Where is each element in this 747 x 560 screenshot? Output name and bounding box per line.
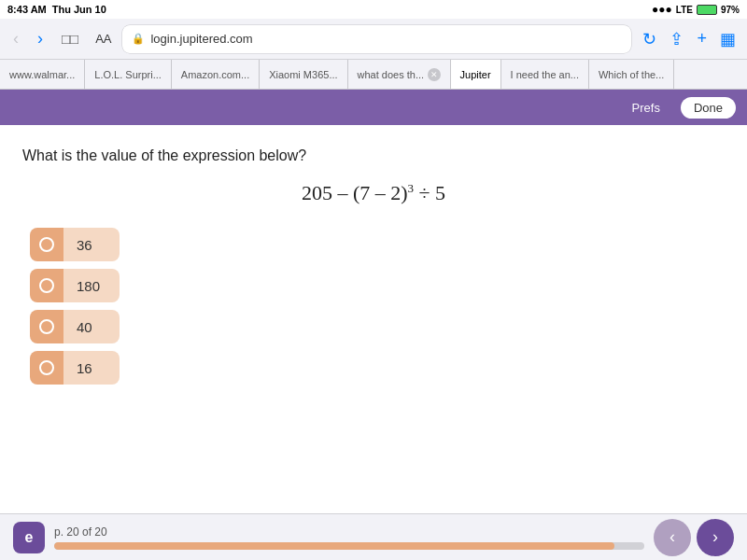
option-16-label: 16 <box>63 351 120 385</box>
url-bar[interactable]: 🔒 login.jupitered.com <box>122 25 631 53</box>
tab-which[interactable]: Which of the... <box>589 60 674 89</box>
battery-icon <box>697 5 717 15</box>
progress-label: p. 20 of 20 <box>54 525 644 539</box>
tab-what[interactable]: what does th... ✕ <box>348 60 451 89</box>
answer-options: 36 180 40 16 <box>30 228 725 385</box>
new-tab-button[interactable]: + <box>693 25 711 52</box>
forward-button[interactable]: › <box>32 25 49 52</box>
aa-button[interactable]: AA <box>92 28 115 49</box>
option-36-label: 36 <box>63 228 120 261</box>
option-40[interactable]: 40 <box>30 310 725 343</box>
prefs-button[interactable]: Prefs <box>619 97 673 119</box>
progress-fill <box>54 542 614 550</box>
url-text: login.jupitered.com <box>150 32 252 46</box>
option-16[interactable]: 16 <box>30 351 725 385</box>
reload-button[interactable]: ↻ <box>639 25 660 53</box>
progress-area: p. 20 of 20 <box>54 525 644 550</box>
tab-amazon[interactable]: Amazon.com... <box>172 60 260 89</box>
radio-circle <box>39 278 54 293</box>
back-button[interactable]: ‹ <box>7 25 24 52</box>
option-180-radio[interactable] <box>30 269 63 302</box>
question-text: What is the value of the expression belo… <box>22 147 725 164</box>
progress-track <box>54 542 644 550</box>
prev-button[interactable]: ‹ <box>654 519 691 556</box>
main-content: What is the value of the expression belo… <box>0 125 747 385</box>
radio-circle <box>39 319 54 334</box>
share-button[interactable]: ⇪ <box>666 25 687 53</box>
lte-label: LTE <box>676 5 693 15</box>
wifi-icon: ●●● <box>652 3 672 16</box>
reader-button[interactable]: □□ <box>56 27 84 50</box>
option-36-radio[interactable] <box>30 228 63 261</box>
browser-actions: ↻ ⇪ + ▦ <box>639 25 740 53</box>
lock-icon: 🔒 <box>132 33 145 45</box>
option-40-label: 40 <box>63 310 120 343</box>
option-36[interactable]: 36 <box>30 228 725 261</box>
battery-percent: 97% <box>721 5 740 15</box>
status-bar: 8:43 AM Thu Jun 10 ●●● LTE 97% <box>0 0 747 19</box>
tab-lol[interactable]: L.O.L. Surpri... <box>85 60 172 89</box>
option-16-radio[interactable] <box>30 351 63 385</box>
radio-circle <box>39 360 54 375</box>
nav-arrows: ‹ › <box>654 519 734 556</box>
tabs-bar: www.walmar... L.O.L. Surpri... Amazon.co… <box>0 60 747 90</box>
bottom-bar: e p. 20 of 20 ‹ › <box>0 513 747 560</box>
app-toolbar: Prefs Done <box>0 90 747 125</box>
tabs-button[interactable]: ▦ <box>716 25 740 53</box>
option-180-label: 180 <box>63 269 120 302</box>
radio-circle <box>39 237 54 252</box>
expression-main: 205 – (7 – 2)3 ÷ 5 <box>302 181 445 204</box>
tab-what-close[interactable]: ✕ <box>428 68 441 81</box>
tab-xiaomi[interactable]: Xiaomi M365... <box>260 60 347 89</box>
next-button[interactable]: › <box>697 519 734 556</box>
option-180[interactable]: 180 <box>30 269 725 302</box>
status-day: Thu Jun 10 <box>52 4 106 15</box>
exponent: 3 <box>408 181 415 195</box>
browser-bar: ‹ › □□ AA 🔒 login.jupitered.com ↻ ⇪ + ▦ <box>0 19 747 60</box>
expression: 205 – (7 – 2)3 ÷ 5 <box>22 181 725 205</box>
tab-i-need[interactable]: I need the an... <box>501 60 589 89</box>
jupiter-app-icon: e <box>13 522 45 553</box>
tab-walmart[interactable]: www.walmar... <box>0 60 85 89</box>
done-button[interactable]: Done <box>681 97 736 119</box>
tab-jupiter[interactable]: Jupiter <box>451 60 501 89</box>
status-time: 8:43 AM <box>7 4 47 15</box>
option-40-radio[interactable] <box>30 310 63 343</box>
